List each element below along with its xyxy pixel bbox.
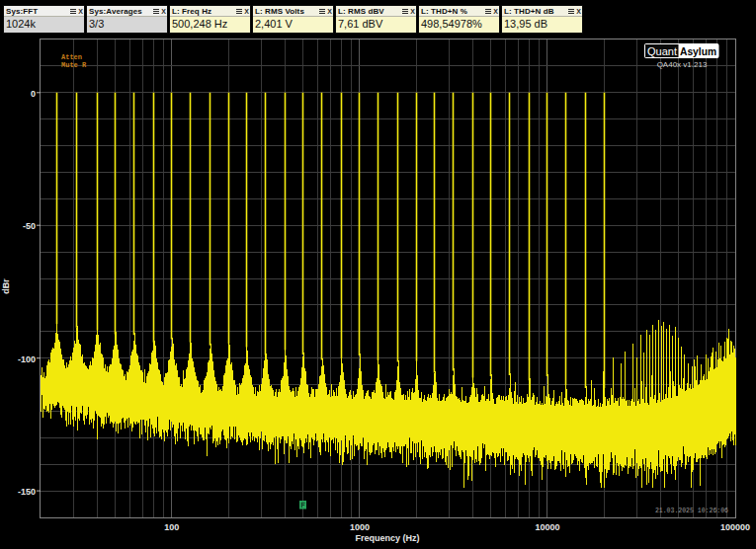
svg-text:1000: 1000	[350, 522, 370, 532]
svg-text:Quant: Quant	[647, 45, 677, 57]
svg-text:0: 0	[31, 89, 36, 99]
svg-text:100000: 100000	[720, 522, 750, 532]
svg-text:Atten: Atten	[61, 53, 82, 61]
svg-text:dBr: dBr	[1, 278, 11, 294]
svg-text:Mute R: Mute R	[61, 61, 87, 69]
svg-text:21.03.2025 10:26:06: 21.03.2025 10:26:06	[655, 508, 728, 514]
svg-text:-100: -100	[18, 354, 36, 364]
svg-text:-150: -150	[18, 487, 36, 497]
svg-text:10000: 10000	[535, 522, 559, 532]
svg-text:-50: -50	[23, 221, 36, 231]
svg-text:QA40x v1.213: QA40x v1.213	[657, 60, 708, 69]
svg-text:Frequency (Hz): Frequency (Hz)	[355, 533, 419, 543]
svg-text:100: 100	[164, 522, 179, 532]
svg-text:Asylum: Asylum	[680, 45, 716, 57]
